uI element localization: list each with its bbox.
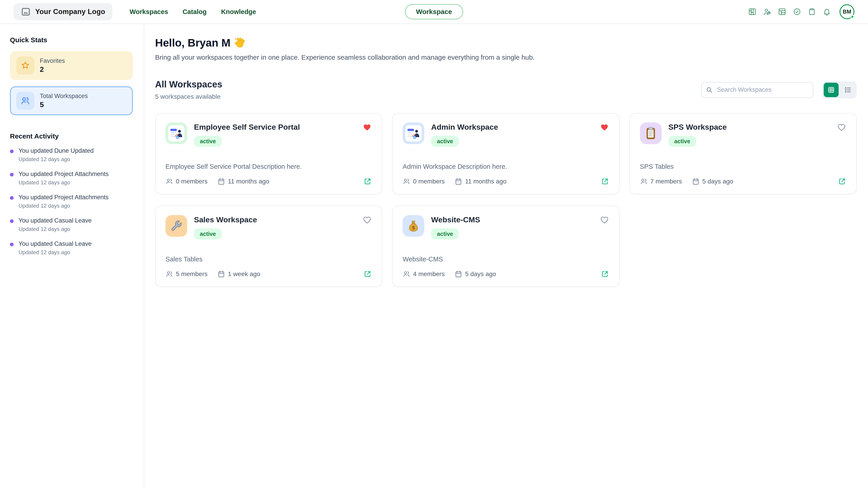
heart-outline-icon	[600, 215, 609, 225]
updated-time: 5 days ago	[465, 270, 496, 278]
section-title: All Workspaces	[155, 79, 222, 90]
external-link-icon	[600, 270, 609, 278]
workspace-members: 0 members	[403, 177, 445, 185]
greeting-text: Hello, Bryan M	[155, 37, 230, 49]
favorite-button[interactable]	[362, 123, 372, 132]
users-icon	[16, 92, 34, 110]
stat-card-total-workspaces[interactable]: Total Workspaces 5	[10, 86, 133, 115]
favorite-button[interactable]	[837, 123, 846, 132]
user-settings-icon[interactable]	[763, 8, 771, 16]
members-icon	[165, 270, 173, 278]
activity-time: Updated 12 days ago	[19, 226, 92, 232]
star-icon	[16, 57, 34, 74]
activity-time: Updated 12 days ago	[19, 180, 108, 186]
favorite-button[interactable]	[362, 215, 372, 225]
grid-icon	[827, 86, 835, 94]
external-link-icon	[363, 177, 372, 186]
workspace-card[interactable]: $ SPS Workspace active SPS Tables 7 memb…	[629, 113, 857, 194]
members-count: 0 members	[413, 178, 445, 185]
svg-text:$: $	[412, 225, 415, 230]
activity-item[interactable]: You updated Project Attachments Updated …	[10, 194, 133, 209]
header-toolbar: BM	[748, 4, 855, 19]
open-workspace-button[interactable]	[838, 177, 846, 186]
workspace-card[interactable]: $ Website-CMS active Website-CMS 4 membe…	[392, 205, 619, 287]
stat-label: Total Workspaces	[40, 93, 88, 100]
workspace-icon: $	[640, 123, 662, 144]
company-logo[interactable]: Your Company Logo	[13, 3, 112, 20]
activity-title: You updated Project Attachments	[19, 170, 108, 177]
stat-value: 5	[40, 101, 88, 109]
updated-time: 11 months ago	[465, 178, 506, 185]
recent-activity-list: You updated Dune Updated Updated 12 days…	[10, 147, 133, 256]
stat-value: 2	[40, 65, 65, 74]
list-view-button[interactable]	[840, 83, 855, 97]
activity-bullet-dot	[10, 219, 13, 223]
external-link-icon	[600, 177, 609, 186]
activity-item[interactable]: You updated Dune Updated Updated 12 days…	[10, 147, 133, 162]
heart-filled-icon	[600, 123, 609, 132]
workspace-members: 0 members	[165, 177, 208, 185]
activity-item[interactable]: You updated Project Attachments Updated …	[10, 170, 133, 186]
activity-bullet-dot	[10, 196, 13, 200]
open-workspace-button[interactable]	[600, 270, 609, 278]
image-placeholder-icon	[21, 7, 31, 17]
updated-time: 5 days ago	[702, 178, 733, 185]
check-circle-icon[interactable]	[793, 8, 801, 16]
waving-hand-icon	[234, 37, 246, 49]
sidebar: Quick Stats Favorites 2 Total Workspaces…	[0, 24, 144, 488]
members-icon	[403, 177, 410, 185]
updated-time: 11 months ago	[228, 178, 269, 185]
open-workspace-button[interactable]	[600, 177, 609, 186]
activity-title: You updated Casual Leave	[19, 217, 92, 224]
workspace-card[interactable]: $ Sales Workspace active Sales Tables 5 …	[155, 205, 382, 287]
workspace-updated: 11 months ago	[455, 177, 506, 185]
open-workspace-button[interactable]	[363, 177, 372, 186]
activity-bullet-dot	[10, 150, 13, 153]
calendar-icon	[692, 177, 700, 185]
nav-link-catalog[interactable]: Catalog	[183, 8, 207, 15]
workspace-updated: 5 days ago	[455, 270, 496, 278]
external-link-icon	[363, 270, 372, 278]
clipboard-icon[interactable]	[808, 8, 816, 16]
favorite-button[interactable]	[600, 123, 609, 132]
members-icon	[403, 270, 410, 278]
workspace-card[interactable]: $ Admin Workspace active Admin Workspace…	[392, 113, 619, 194]
user-avatar[interactable]: BM	[839, 4, 855, 19]
activity-item[interactable]: You updated Casual Leave Updated 12 days…	[10, 217, 133, 232]
page-subtitle: Bring all your workspaces together in on…	[155, 54, 857, 61]
workspace-card[interactable]: $ Employee Self Service Portal active Em…	[155, 113, 382, 194]
quick-stats-title: Quick Stats	[10, 36, 133, 44]
notifications-bell-icon[interactable]	[823, 8, 831, 16]
table-layout-icon[interactable]	[778, 8, 786, 16]
workspace-status-badge: active	[669, 136, 696, 147]
nav-link-workspaces[interactable]: Workspaces	[129, 8, 168, 15]
members-count: 0 members	[176, 178, 208, 185]
stat-label: Favorites	[40, 57, 65, 64]
workspace-members: 5 members	[165, 270, 208, 278]
kanban-board-icon[interactable]	[748, 8, 756, 16]
workspace-members: 4 members	[403, 270, 445, 278]
workspace-description: Employee Self Service Portal Description…	[165, 163, 372, 170]
online-status-dot	[850, 15, 855, 19]
open-workspace-button[interactable]	[363, 270, 372, 278]
activity-time: Updated 12 days ago	[19, 156, 94, 162]
stat-card-favorites[interactable]: Favorites 2	[10, 51, 133, 80]
activity-bullet-dot	[10, 173, 13, 176]
workspace-members: 7 members	[640, 177, 682, 185]
workspace-description: Website-CMS	[403, 256, 609, 263]
activity-bullet-dot	[10, 242, 13, 246]
nav-link-knowledge[interactable]: Knowledge	[221, 8, 256, 15]
calendar-icon	[217, 270, 225, 278]
workspace-title: Website-CMS	[431, 215, 480, 224]
main-nav: Workspaces Catalog Knowledge	[129, 8, 256, 15]
search-input[interactable]	[701, 82, 813, 98]
activity-item[interactable]: You updated Casual Leave Updated 12 days…	[10, 240, 133, 256]
workspace-context-pill[interactable]: Workspace	[405, 4, 463, 20]
grid-view-button[interactable]	[824, 83, 839, 97]
workspace-updated: 5 days ago	[692, 177, 733, 185]
members-icon	[640, 177, 648, 185]
calendar-icon	[455, 177, 462, 185]
calendar-icon	[455, 270, 462, 278]
favorite-button[interactable]	[600, 215, 609, 225]
workspace-status-badge: active	[194, 136, 222, 147]
